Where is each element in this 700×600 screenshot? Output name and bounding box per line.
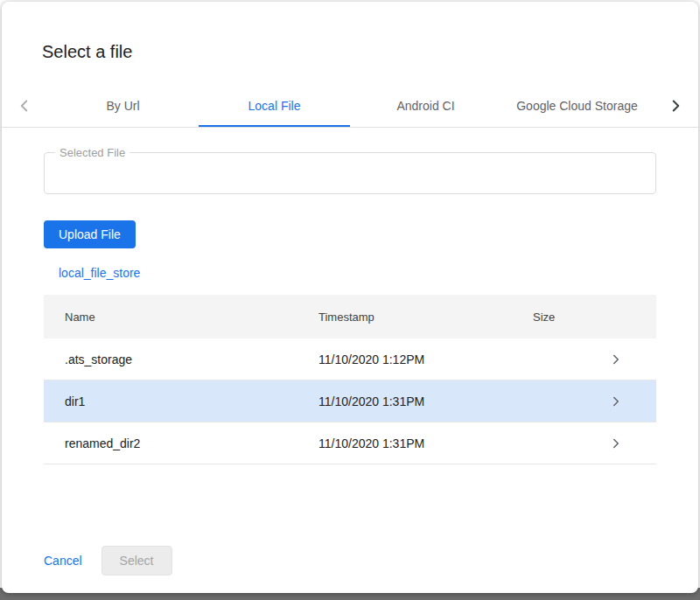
tabs-scroll-right-button[interactable] <box>653 85 698 127</box>
file-name: .ats_storage <box>44 352 298 366</box>
file-timestamp: 11/10/2020 1:31PM <box>298 394 512 408</box>
upload-file-button[interactable]: Upload File <box>44 220 136 248</box>
tab-google-cloud-storage[interactable]: Google Cloud Storage <box>501 85 653 127</box>
table-header-row: Name Timestamp Size <box>44 295 656 338</box>
table-row-ats-storage[interactable]: .ats_storage 11/10/2020 1:12PM <box>44 338 656 380</box>
chevron-right-icon <box>666 96 685 115</box>
select-file-dialog: Select a file By Url Local File Android … <box>2 2 698 593</box>
cancel-button[interactable]: Cancel <box>42 548 84 573</box>
select-button[interactable]: Select <box>102 546 172 576</box>
column-header-timestamp: Timestamp <box>298 310 512 324</box>
tab-by-url[interactable]: By Url <box>47 85 199 127</box>
chevron-right-icon[interactable] <box>608 352 624 367</box>
tab-bar: By Url Local File Android CI Google Clou… <box>2 85 698 128</box>
tab-android-ci[interactable]: Android CI <box>350 85 501 127</box>
file-timestamp: 11/10/2020 1:12PM <box>298 352 512 366</box>
table-row-dir1[interactable]: dir1 11/10/2020 1:31PM <box>44 380 656 422</box>
selected-file-input[interactable] <box>45 153 655 193</box>
local-file-store-link[interactable]: local_file_store <box>59 266 140 280</box>
column-header-name: Name <box>44 310 298 324</box>
tab-panel-local-file: Selected File Upload File local_file_sto… <box>2 152 698 464</box>
dialog-title: Select a file <box>2 2 698 62</box>
tab-local-file[interactable]: Local File <box>199 85 350 127</box>
file-name: renamed_dir2 <box>44 436 298 450</box>
selected-file-label: Selected File <box>55 146 130 159</box>
file-timestamp: 11/10/2020 1:31PM <box>298 436 512 450</box>
table-row-renamed-dir2[interactable]: renamed_dir2 11/10/2020 1:31PM <box>44 422 656 464</box>
chevron-left-icon <box>15 96 34 115</box>
file-table: Name Timestamp Size .ats_storage 11/10/2… <box>44 295 656 464</box>
dialog-footer: Cancel Select <box>42 546 172 576</box>
column-header-size: Size <box>512 310 608 324</box>
selected-file-field: Selected File <box>44 152 656 194</box>
tabs-scroll-left-button[interactable] <box>2 85 47 127</box>
chevron-right-icon[interactable] <box>608 394 624 409</box>
file-name: dir1 <box>44 394 298 408</box>
tab-list: By Url Local File Android CI Google Clou… <box>47 85 653 127</box>
chevron-right-icon[interactable] <box>608 436 624 451</box>
